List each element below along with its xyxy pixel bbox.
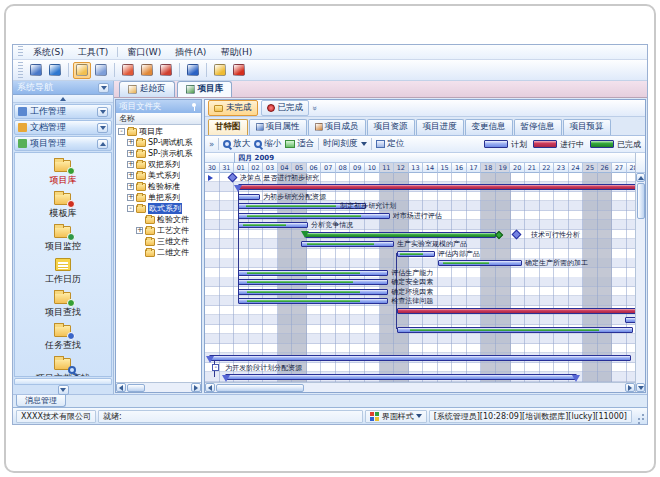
milestone-diamond-icon[interactable] (227, 173, 237, 182)
tree-node-三维文件[interactable]: 三维文件 (116, 236, 201, 247)
menu-item-4[interactable]: 帮助(H) (213, 45, 259, 59)
fit-button[interactable]: 适合 (285, 138, 314, 150)
gantt-scroll-down[interactable] (636, 383, 645, 392)
panel-expand-button[interactable] (97, 123, 108, 133)
calendar-view-button[interactable] (138, 62, 156, 79)
gantt-bar-plan[interactable] (238, 279, 388, 285)
gantt-scroll-right[interactable] (625, 383, 635, 392)
tree-expander[interactable]: + (127, 194, 134, 201)
gantt-bar-plan[interactable] (209, 355, 631, 361)
tree-hscrollbar[interactable] (116, 382, 201, 392)
toolbar-grip[interactable] (18, 62, 23, 78)
gantt-bar-progress[interactable] (238, 184, 635, 190)
layout-window-button[interactable] (92, 62, 110, 79)
tree-scroll-thumb[interactable] (127, 384, 145, 392)
tree-column-header[interactable]: 名称 (116, 113, 201, 125)
globe-button[interactable] (46, 62, 64, 79)
tree-expander[interactable]: + (127, 150, 134, 157)
power-button[interactable] (230, 62, 248, 79)
gantt-vscroll-thumb[interactable] (637, 183, 645, 219)
sidebar-panel-工作管理[interactable]: 工作管理 (14, 104, 112, 119)
tree-expander[interactable]: + (127, 161, 134, 168)
gantt-scroll-up[interactable] (636, 173, 645, 182)
gantt-bar-plan[interactable] (238, 298, 388, 304)
sidebar-collapse-button[interactable] (98, 83, 109, 93)
gantt-bar-plan[interactable] (397, 251, 435, 257)
sidebar-item-项目文档查找[interactable]: 项目文档查找 (15, 354, 111, 377)
tree-expander[interactable]: + (127, 172, 134, 179)
menu-item-0[interactable]: 系统(S) (26, 45, 71, 59)
sidebar-scroll-up[interactable] (13, 95, 113, 103)
panel-collapse-button[interactable] (97, 139, 108, 149)
gantt-grid[interactable]: 决策点 是否进行初步研究为初步研究分配资源制定初步研究计划对市场进行评估分析竞争… (205, 173, 635, 382)
gantt-bar-completed[interactable] (305, 232, 496, 238)
tree-expander[interactable]: - (118, 128, 125, 135)
sidebar-item-任务查找[interactable]: 任务查找 (15, 321, 111, 352)
tree-node-SP-演示机系[interactable]: +SP-演示机系 (116, 148, 201, 159)
gantt-vscrollbar[interactable] (635, 153, 645, 392)
view-tab-项目成员[interactable]: 项目成员 (308, 119, 366, 135)
toolbar-overflow-button[interactable]: » (209, 139, 214, 149)
tree-expander[interactable]: + (127, 183, 134, 190)
tree-node-单把系列[interactable]: +单把系列 (116, 192, 201, 203)
interface-style-button[interactable]: 界面样式 (365, 410, 427, 423)
sidebar-item-项目监控[interactable]: 项目监控 (15, 222, 111, 253)
view-tab-项目进度[interactable]: 项目进度 (416, 119, 464, 135)
tree-node-工艺文件[interactable]: +工艺文件 (116, 225, 201, 236)
tree-node-美式系列[interactable]: +美式系列 (116, 170, 201, 181)
menu-item-2[interactable]: 窗口(W) (120, 45, 168, 59)
gantt-hscrollbar[interactable] (205, 382, 635, 392)
lock-button[interactable] (211, 62, 229, 79)
tree-expander[interactable]: + (136, 227, 143, 234)
sidebar-partial-panel[interactable] (14, 378, 112, 385)
app-monitor-button[interactable] (27, 62, 45, 79)
view-tab-变更信息[interactable]: 变更信息 (465, 119, 513, 135)
sidebar-item-项目查找[interactable]: 项目查找 (15, 288, 111, 319)
gantt-bar-plan[interactable] (238, 194, 260, 200)
gantt-bar-plan[interactable] (238, 289, 388, 295)
gantt-bar-plan[interactable] (225, 374, 577, 380)
gantt-hscroll-thumb[interactable] (216, 384, 304, 392)
view-tab-项目预算[interactable]: 项目预算 (563, 119, 611, 135)
view-tab-项目属性[interactable]: 项目属性 (249, 119, 307, 135)
filter-button-未完成[interactable]: 未完成 (208, 100, 258, 116)
tree-expander[interactable]: - (127, 205, 134, 212)
menu-item-1[interactable]: 工具(T) (71, 45, 116, 59)
view-tab-项目资源[interactable]: 项目资源 (367, 119, 415, 135)
sidebar-panel-文档管理[interactable]: 文档管理 (14, 120, 112, 135)
calendar-close-button[interactable] (157, 62, 175, 79)
view-tab-甘特图[interactable]: 甘特图 (208, 119, 248, 135)
sidebar-item-模板库[interactable]: 模板库 (15, 189, 111, 220)
zoom-out-button[interactable]: 缩小 (254, 138, 281, 150)
sidebar-item-工作日历[interactable]: 工作日历 (15, 255, 111, 286)
folder-open-button[interactable] (73, 62, 91, 79)
gantt-scroll-left[interactable] (205, 383, 215, 392)
sidebar-panel-项目管理[interactable]: 项目管理 (14, 136, 112, 151)
zoom-in-button[interactable]: 放大 (223, 138, 250, 150)
sidebar-scroll-down-button[interactable] (58, 385, 69, 395)
tree-node-欧式系列[interactable]: -欧式系列 (116, 203, 201, 214)
gantt-bar-plan[interactable] (238, 213, 389, 219)
resize-grip[interactable] (635, 411, 645, 421)
help-button[interactable] (184, 62, 202, 79)
summary-expander-icon[interactable]: - (212, 364, 219, 371)
menu-item-3[interactable]: 插件(A) (168, 45, 213, 59)
tree-node-双把系列[interactable]: +双把系列 (116, 159, 201, 170)
panel-expand-button[interactable] (97, 107, 108, 117)
sidebar-item-项目库[interactable]: 项目库 (15, 156, 111, 187)
tree-node-项目库[interactable]: -项目库 (116, 126, 201, 137)
tree-node-检验文件[interactable]: 检验文件 (116, 214, 201, 225)
filter-button-已完成[interactable]: 已完成 (261, 100, 310, 116)
doc-tab-起始页[interactable]: 起始页 (119, 81, 175, 97)
gantt-bar-plan[interactable] (625, 317, 635, 323)
gantt-bar-progress[interactable] (397, 308, 635, 314)
tree-scroll-right[interactable] (191, 383, 201, 392)
gantt-bar-plan[interactable] (301, 241, 394, 247)
locate-button[interactable]: 定位 (376, 138, 404, 150)
pin-icon[interactable] (190, 102, 198, 111)
gantt-bar-plan[interactable] (438, 260, 522, 266)
message-management-tab[interactable]: 消息管理 (16, 395, 66, 407)
doc-tab-项目库[interactable]: 项目库 (177, 81, 233, 97)
tree-expander[interactable]: + (127, 139, 134, 146)
menubar-grip[interactable] (18, 46, 23, 57)
